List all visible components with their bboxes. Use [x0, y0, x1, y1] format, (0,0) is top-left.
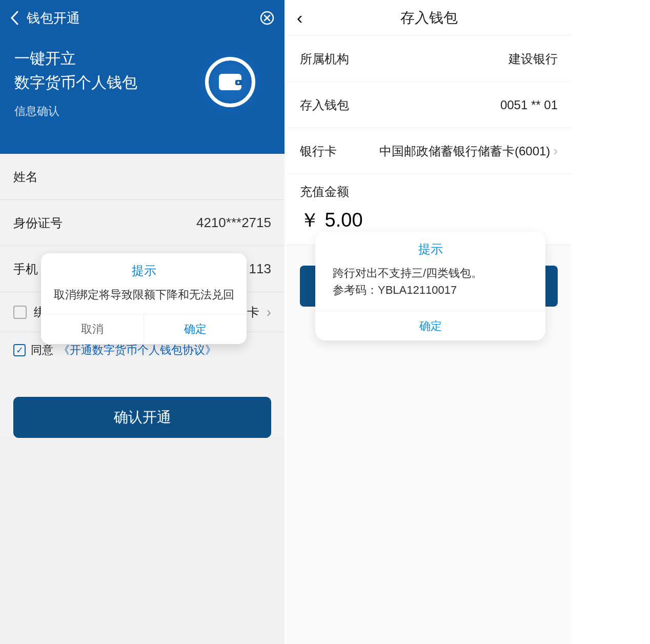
ok-button[interactable]: 确定: [144, 314, 247, 344]
back-icon[interactable]: ‹: [297, 8, 302, 28]
dialog-title: 提示: [315, 232, 545, 263]
value-bank-card: 中国邮政储蓄银行储蓄卡(6001): [379, 143, 550, 159]
label-name: 姓名: [13, 169, 38, 185]
label-bind-tail: 卡: [247, 304, 259, 320]
info-rows: 所属机构 建设银行 存入钱包 0051 ** 01 银行卡 中国邮政储蓄银行储蓄…: [287, 36, 571, 174]
dialog-line1: 跨行对出不支持三/四类钱包。: [333, 265, 528, 281]
back-icon[interactable]: [10, 11, 18, 25]
checkbox-bind[interactable]: [13, 306, 27, 319]
dialog-message: 取消绑定将导致限额下降和无法兑回: [41, 285, 247, 314]
dialog-line2: 参考码：YBLA12110017: [333, 281, 528, 298]
label-amount: 充值金额: [287, 174, 571, 204]
label-bank-card: 银行卡: [300, 143, 337, 159]
value-org: 建设银行: [509, 51, 558, 67]
label-id: 身份证号: [13, 215, 63, 231]
chevron-right-icon: ›: [267, 304, 271, 320]
topbar-title: 存入钱包: [400, 8, 458, 28]
checkbox-agree[interactable]: ✓: [13, 344, 26, 356]
agree-prefix: 同意: [31, 343, 53, 358]
row-wallet[interactable]: 存入钱包 0051 ** 01: [287, 82, 571, 128]
svg-point-3: [237, 82, 239, 84]
value-id: 4210***2715: [196, 215, 271, 231]
dialog-unbind-warning: 提示 取消绑定将导致限额下降和无法兑回 取消 确定: [41, 253, 247, 344]
dialog-error: 提示 跨行对出不支持三/四类钱包。 参考码：YBLA12110017 确定: [315, 232, 545, 340]
wallet-icon: [194, 46, 266, 118]
value-wallet: 0051 ** 01: [500, 98, 558, 112]
dialog-title: 提示: [41, 253, 247, 285]
screen-deposit: ‹ 存入钱包 所属机构 建设银行 存入钱包 0051 ** 01 银行卡 中国邮…: [287, 0, 571, 644]
topbar: ‹ 存入钱包: [287, 0, 571, 36]
cancel-button[interactable]: 取消: [41, 314, 144, 344]
value-phone: 113: [249, 261, 271, 277]
label-phone: 手机: [13, 261, 38, 277]
topbar: 钱包开通: [0, 0, 285, 36]
label-org: 所属机构: [300, 51, 349, 67]
agreement-link[interactable]: 《开通数字货币个人钱包协议》: [58, 343, 216, 358]
dialog-body: 跨行对出不支持三/四类钱包。 参考码：YBLA12110017: [315, 263, 545, 311]
close-icon[interactable]: [260, 11, 274, 25]
row-name[interactable]: 姓名: [0, 154, 285, 200]
dialog-buttons: 取消 确定: [41, 314, 247, 344]
ok-button[interactable]: 确定: [315, 311, 545, 340]
row-bank-card[interactable]: 银行卡 中国邮政储蓄银行储蓄卡(6001) ›: [287, 128, 571, 174]
screen-wallet-open: 钱包开通 一键开立 数字货币个人钱包 信息确认 姓名 身份证号 4210***2…: [0, 0, 285, 644]
row-id[interactable]: 身份证号 4210***2715: [0, 200, 285, 246]
row-org[interactable]: 所属机构 建设银行: [287, 36, 571, 82]
confirm-open-button[interactable]: 确认开通: [13, 397, 271, 438]
label-wallet: 存入钱包: [300, 97, 349, 113]
hero: 一键开立 数字货币个人钱包 信息确认: [0, 36, 285, 154]
chevron-right-icon: ›: [553, 143, 558, 159]
topbar-title: 钱包开通: [27, 9, 260, 27]
